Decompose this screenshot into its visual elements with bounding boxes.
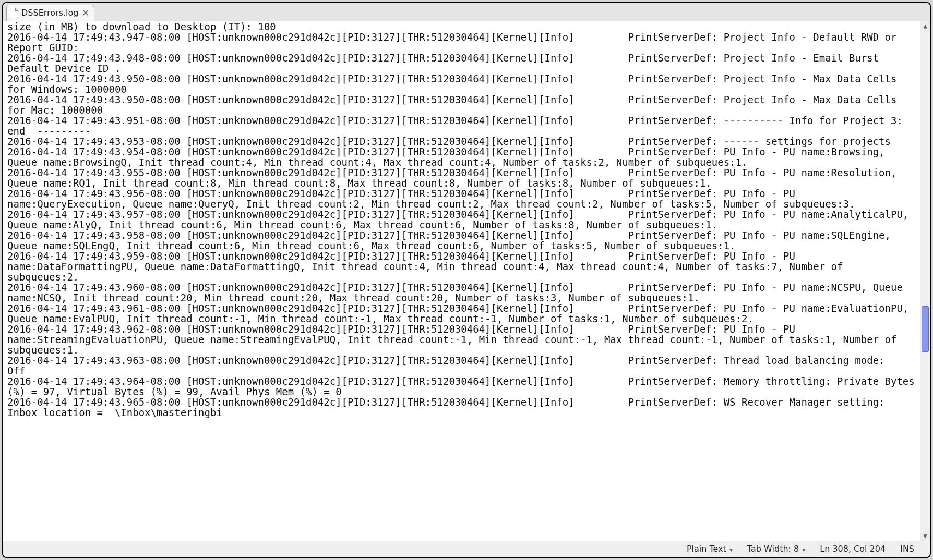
- log-text-view[interactable]: size (in MB) to download to Desktop (IT)…: [3, 21, 920, 541]
- language-selector[interactable]: Plain Text: [687, 544, 733, 555]
- tab-width-selector[interactable]: Tab Width: 8: [747, 544, 805, 555]
- cursor-position: Ln 308, Col 204: [820, 544, 886, 554]
- content-area: size (in MB) to download to Desktop (IT)…: [3, 21, 930, 541]
- text-file-icon: [10, 8, 18, 18]
- tab-bar: DSSErrors.log ✕: [3, 3, 930, 21]
- tab-dsserrors-log[interactable]: DSSErrors.log ✕: [6, 5, 94, 21]
- vertical-scrollbar[interactable]: ▲ ▼: [920, 21, 930, 541]
- status-bar: Plain Text Tab Width: 8 Ln 308, Col 204 …: [3, 541, 930, 557]
- insert-mode[interactable]: INS: [900, 544, 914, 554]
- tab-label: DSSErrors.log: [21, 8, 78, 18]
- scroll-track[interactable]: [920, 31, 930, 531]
- scroll-thumb[interactable]: [922, 306, 929, 352]
- scroll-down-arrow-icon[interactable]: ▼: [920, 531, 930, 541]
- scroll-up-arrow-icon[interactable]: ▲: [920, 21, 930, 31]
- close-icon[interactable]: ✕: [81, 8, 89, 18]
- editor-window: DSSErrors.log ✕ size (in MB) to download…: [2, 2, 931, 558]
